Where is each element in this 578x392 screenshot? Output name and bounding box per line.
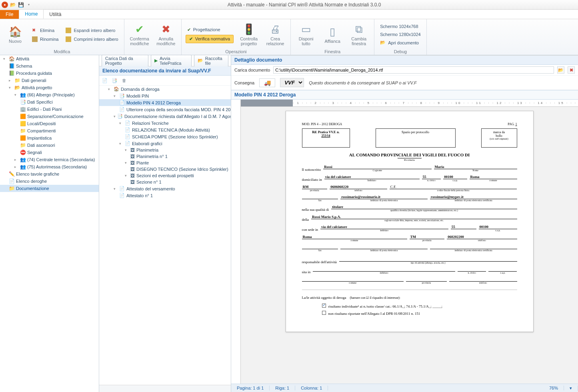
document-viewer[interactable]: · 1 · · · 2 · · · 3 · · · 4 · · · 5 · · … — [231, 100, 578, 384]
group-operazioni-label: Operazioni — [186, 48, 286, 54]
delete-button[interactable]: ✖Elimina — [30, 27, 60, 34]
titlebar: ● 📂 💾 ▾ Attività - manuale - Namirial CP… — [0, 0, 578, 10]
clear-icon[interactable]: ✖ — [568, 66, 575, 74]
mid-reltecmod[interactable]: 📄RELAZIONE TECNICA (Modulo Attività) — [99, 126, 231, 133]
qat-dropdown-icon[interactable]: ▾ — [26, 2, 32, 8]
page-heading: AL COMANDO PROVINCIALE DEI VIGILI DEL FU… — [302, 152, 517, 157]
status-zoom: 76% — [544, 386, 564, 390]
truck-icon: 🚚 — [259, 78, 275, 87]
group-modifica-label: Modifica — [4, 48, 120, 54]
mid-plan1[interactable]: 🖼Planimetria n° 1 — [99, 153, 231, 160]
group-debug-label: Debug — [378, 48, 422, 54]
tree-centrale[interactable]: ▸👥(74) Centrale termica (Secondaria) — [0, 156, 99, 163]
tree-segnali[interactable]: ⛔Segnali — [0, 149, 99, 156]
tree-ascensori[interactable]: 📁Dati ascensori — [0, 142, 99, 149]
doc-path-input[interactable] — [273, 66, 554, 74]
mid-att1[interactable]: 📄Attestato n° 1 — [99, 192, 231, 199]
progettazione-button[interactable]: ✔Progettazione — [186, 26, 234, 33]
raccolta-file-button[interactable]: 📂Raccolta file — [194, 55, 228, 67]
delete-doc-icon[interactable]: 🗑 — [121, 77, 127, 84]
cancel-button[interactable]: ✖Annulla modifiche — [155, 23, 177, 46]
checkbox-opt2[interactable] — [322, 311, 326, 315]
schermo-1024-button[interactable]: Schermo 1024x768 — [378, 23, 422, 30]
detail-header: Dettaglio documento — [231, 56, 578, 65]
status-riga: Riga: 1 — [270, 386, 295, 390]
apri-documento-button[interactable]: 📂Apri documento — [378, 39, 422, 46]
tree-autorimessa[interactable]: ▸👥(75) Autorimessa (Secondaria) — [0, 163, 99, 170]
group-finestra-label: Finestra — [295, 48, 370, 54]
expand-tree-button[interactable]: Espandi intero albero — [64, 27, 120, 34]
tab-home[interactable]: Home — [19, 9, 44, 19]
copy-doc-icon[interactable]: 📑 — [111, 77, 118, 84]
tab-utilita[interactable]: Utilità — [44, 10, 67, 19]
tree-albergo[interactable]: ▾👥(66) Albergo (Principale) — [0, 91, 99, 98]
doc-path-row: Carica documento 📂 ✖ — [231, 65, 578, 76]
tree-tavole[interactable]: ✏️Elenco tavole grafiche — [0, 170, 99, 178]
browse-icon[interactable]: 📂 — [557, 66, 564, 74]
tree-attivita[interactable]: ▾🏠Attività — [0, 55, 99, 62]
tree-specifici[interactable]: 📑Dati Specifici — [0, 98, 99, 106]
collapse-tree-button[interactable]: Comprimi intero albero — [64, 36, 120, 43]
mid-modelli[interactable]: ▾📑Modelli PIN — [99, 92, 231, 99]
verifica-normativa-button[interactable]: ✔Verifica normativa — [186, 35, 234, 43]
ribbon: 🏠Nuovo ✖Elimina Rinomina Espandi intero … — [0, 19, 578, 55]
consegna-select[interactable]: VVF — [280, 78, 304, 87]
checkbox-opt1[interactable] — [322, 304, 326, 308]
vertical-ruler — [231, 100, 241, 384]
mid-elaborati[interactable]: ▾📄Elaborati grafici — [99, 140, 231, 147]
mid-reltec[interactable]: ▾📄Relazioni Tecniche — [99, 120, 231, 126]
avvia-telepratica-button[interactable]: ▶Avvia TelePratica — [151, 55, 192, 67]
new-button[interactable]: 🏠Nuovo — [4, 26, 26, 44]
tree-generali[interactable]: ▸📁Dati generali — [0, 77, 99, 84]
open-icon[interactable]: 📂 — [10, 2, 16, 8]
confirm-button[interactable]: ✔Conferma modifiche — [128, 23, 151, 46]
tree-compartimenti[interactable]: 📁Compartimenti — [0, 127, 99, 134]
tree-impiantistica[interactable]: 🟧Impiantistica — [0, 134, 99, 142]
sidebar-tree[interactable]: ▾🏠Attività 📘Schema 📗Procedura guidata ▸📁… — [0, 55, 99, 392]
tree-separazione[interactable]: 🟧Separazione/Comunicazione — [0, 113, 99, 120]
consegna-note: Questo documento è da consegnare al SUAP… — [309, 80, 575, 85]
zoom-dropdown-icon[interactable]: ▾ — [564, 386, 578, 391]
carica-dati-button[interactable]: Carica Dati da Progetto — [102, 55, 148, 67]
mid-sezioni[interactable]: ▾🖼Sezioni ed eventuali prospetti — [99, 172, 231, 179]
consegna-label: Consegna — [234, 80, 254, 85]
mid-modello4[interactable]: 📄Modello PIN 4 2012 Deroga — [99, 99, 231, 106]
mid-ulteriore[interactable]: 📄Ulteriore copia della seconda facciata … — [99, 106, 231, 113]
controlla-progetto-button[interactable]: 🚦Controlla progetto — [238, 23, 260, 46]
mid-attestato[interactable]: ▾📄Attestato del versamento — [99, 185, 231, 192]
ribbon-tabs: File Home Utilità — [0, 10, 578, 19]
crea-relazione-button[interactable]: 🖨Crea relazione — [264, 23, 286, 46]
mid-sez1[interactable]: 🖼Sezione n° 1 — [99, 179, 231, 185]
horizontal-ruler: · 1 · · · 2 · · · 3 · · · 4 · · · 5 · · … — [241, 100, 578, 107]
mid-horizontal-scrollbar[interactable] — [99, 385, 231, 392]
mid-tree[interactable]: ▾🏠Domanda di deroga ▾📑Modelli PIN 📄Model… — [99, 86, 231, 385]
box-pratica: Rif. Pratica VV.F. n.253/14 — [302, 128, 350, 148]
tree-progetto[interactable]: ▾📂Attività progetto — [0, 84, 99, 91]
tree-deroghe[interactable]: 📄Elenco deroghe — [0, 178, 99, 185]
mid-piante[interactable]: ▾🖼Piante — [99, 160, 231, 166]
tree-wizard[interactable]: 📗Procedura guidata — [0, 70, 99, 77]
cambia-finestra-button[interactable]: ⧉Cambia finestra — [348, 23, 370, 46]
mid-planimetria[interactable]: ▾🖼Planimetria — [99, 147, 231, 153]
document-page: MOD. PIN 4 – 2012 DEROGA PAG. 1 Rif. Pra… — [286, 111, 534, 332]
consegna-row: Consegna 🚚 VVF Questo documento è da con… — [231, 76, 578, 90]
rename-button[interactable]: Rinomina — [30, 36, 60, 43]
new-doc-icon[interactable]: 📄 — [102, 77, 108, 84]
mid-scheda[interactable]: 📄SCHEDA POMPE (Sezione Idrico Sprinkler) — [99, 133, 231, 140]
tab-file[interactable]: File — [0, 10, 19, 19]
schermo-1280-button[interactable]: Schermo 1280x1024 — [378, 31, 422, 38]
tree-edifici[interactable]: 🏢Edifici - Dati Piani — [0, 106, 99, 113]
tree-locali[interactable]: 🟨Locali/Depositi — [0, 120, 99, 127]
disponi-tutto-button[interactable]: ▭Disponi tutto — [295, 23, 317, 46]
status-colonna: Colonna: 1 — [295, 386, 328, 390]
mid-domanda[interactable]: ▾🏠Domanda di deroga — [99, 86, 231, 92]
quick-access-toolbar: ● 📂 💾 ▾ — [2, 2, 32, 8]
affianca-button[interactable]: ▯Affianca — [321, 26, 344, 44]
status-pagina: Pagina: 1 di 1 — [231, 386, 270, 390]
tree-documentazione[interactable]: 📁Documentazione — [0, 185, 99, 192]
mid-disegno[interactable]: 🖼DISEGNO TECNICO (Sezione Idrico Sprinkl… — [99, 166, 231, 172]
mid-docrichiesta[interactable]: ▾📑Documentazione richiesta dall'Allegato… — [99, 113, 231, 120]
tree-schema[interactable]: 📘Schema — [0, 62, 99, 70]
save-icon[interactable]: 💾 — [18, 2, 24, 8]
sub-toolbar: Carica Dati da Progetto ▶Avvia TelePrati… — [99, 55, 231, 66]
